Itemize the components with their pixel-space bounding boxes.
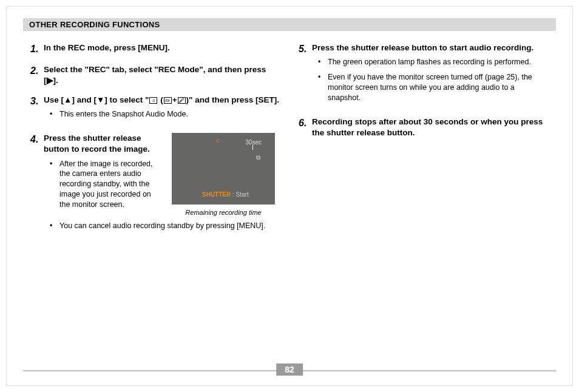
step-heading-part: Select the "REC" tab, select "REC Mode",… — [44, 65, 266, 85]
step-heading: In the REC mode, press [MENU]. — [44, 43, 170, 52]
down-arrow-icon: ▼ — [96, 95, 104, 104]
figure-caption: Remaining recording time — [185, 208, 261, 217]
step-body: Press the shutter release button to reco… — [44, 133, 280, 236]
step-heading-part: ]. — [53, 76, 58, 85]
up-arrow-icon: ▲ — [64, 95, 72, 104]
step-number: 4. — [30, 133, 44, 236]
step-number: 5. — [299, 42, 312, 108]
step-number: 1. — [30, 42, 44, 56]
snapshot-audio-icon: ♫ — [149, 97, 157, 104]
step-heading: Press the shutter release button to star… — [312, 43, 533, 52]
step-bullets: This enters the Snapshot Audio Mode. — [44, 109, 280, 120]
bullet-item: After the image is recorded, the camera … — [50, 159, 158, 210]
lcd-figure: ♫ 30sec ⧉ SHUTTER : Start Remaining reco… — [166, 133, 280, 217]
step-heading: Select the "REC" tab, select "REC Mode",… — [44, 65, 266, 85]
memory-icon: ⧉ — [256, 154, 260, 162]
step-number: 3. — [30, 95, 44, 124]
step-3: 3. Use [▲] and [▼] to select "♫ (▭+🎤)" a… — [30, 95, 280, 124]
step-heading: Use [▲] and [▼] to select "♫ (▭+🎤)" and … — [44, 95, 279, 104]
step-heading: Press the shutter release button to reco… — [44, 133, 158, 155]
page-number: 82 — [276, 363, 303, 376]
lcd-screen: ♫ 30sec ⧉ SHUTTER : Start — [172, 133, 275, 204]
step-body: Recording stops after about 30 seconds o… — [312, 117, 549, 138]
step-number: 2. — [30, 64, 44, 86]
step-heading-part: ] and [ — [72, 95, 96, 104]
step-body: Use [▲] and [▼] to select "♫ (▭+🎤)" and … — [44, 95, 280, 124]
snapshot-icon: ▭ — [164, 97, 172, 104]
step-heading-part: Use [ — [44, 95, 64, 104]
remaining-time-text: 30sec — [245, 138, 262, 147]
step-2: 2. Select the "REC" tab, select "REC Mod… — [30, 64, 280, 86]
step-bullets: The green operation lamp flashes as reco… — [312, 57, 549, 103]
step-6: 6. Recording stops after about 30 second… — [299, 117, 549, 138]
step-5: 5. Press the shutter release button to s… — [299, 42, 549, 108]
section-header: OTHER RECORDING FUNCTIONS — [23, 18, 556, 31]
step-bullets: You can cancel audio recording standby b… — [44, 221, 280, 231]
step-heading-part: )" and then press [SET]. — [186, 95, 279, 104]
step-heading-part: ] to select " — [104, 95, 149, 104]
section-header-text: OTHER RECORDING FUNCTIONS — [29, 20, 160, 29]
right-arrow-icon: ▶ — [47, 76, 53, 85]
bullet-item: The green operation lamp flashes as reco… — [318, 57, 549, 67]
step-heading-part: ( — [158, 95, 163, 104]
step-body: Press the shutter release button to star… — [312, 42, 549, 108]
right-column: 5. Press the shutter release button to s… — [299, 42, 549, 245]
bullet-item: Even if you have the monitor screen turn… — [318, 72, 549, 103]
step-body: Select the "REC" tab, select "REC Mode",… — [44, 64, 280, 86]
step4-text: Press the shutter release button to reco… — [44, 133, 158, 217]
bullet-item: You can cancel audio recording standby b… — [50, 221, 280, 231]
lcd-bottom-text: SHUTTER : Start — [202, 191, 249, 199]
step-heading-part: + — [172, 95, 177, 104]
step-number: 6. — [299, 117, 312, 138]
left-column: 1. In the REC mode, press [MENU]. 2. Sel… — [30, 42, 280, 245]
step-4: 4. Press the shutter release button to r… — [30, 133, 280, 236]
shutter-label: SHUTTER — [202, 191, 231, 198]
mode-icon: ♫ — [215, 137, 220, 145]
content-columns: 1. In the REC mode, press [MENU]. 2. Sel… — [30, 42, 549, 245]
microphone-icon: 🎤 — [178, 97, 186, 104]
step-bullets: After the image is recorded, the camera … — [44, 159, 158, 210]
step-heading: Recording stops after about 30 seconds o… — [312, 117, 543, 137]
step-body: In the REC mode, press [MENU]. — [44, 42, 280, 56]
start-label: : Start — [231, 191, 248, 198]
step-1: 1. In the REC mode, press [MENU]. — [30, 42, 280, 56]
bullet-item: This enters the Snapshot Audio Mode. — [50, 109, 280, 120]
step4-flex: Press the shutter release button to reco… — [44, 133, 280, 217]
callout-tick — [252, 145, 253, 150]
